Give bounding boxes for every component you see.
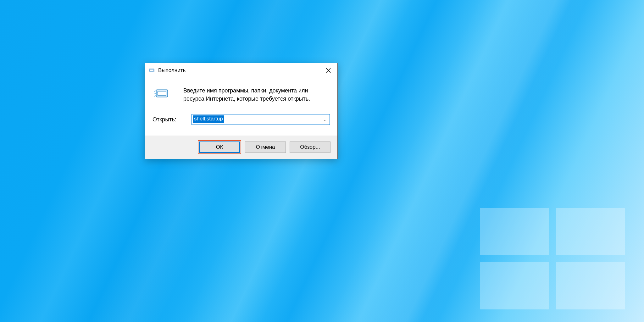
dialog-description: Введите имя программы, папки, документа … [183,86,319,103]
svg-rect-3 [158,91,166,95]
cancel-button-label: Отмена [256,144,275,150]
open-combobox[interactable]: shell:startup ⌄ [192,114,330,125]
ok-button[interactable]: ОК [199,142,240,153]
chevron-down-icon: ⌄ [323,117,326,122]
cancel-button[interactable]: Отмена [245,142,286,153]
open-label: Открыть: [153,116,183,123]
open-input-value[interactable]: shell:startup [193,115,224,123]
svg-rect-1 [150,69,154,71]
desktop-background: Выполнить Введите имя программы, папки, … [0,0,644,322]
ok-button-label: ОК [216,144,223,150]
close-button[interactable] [319,63,337,78]
titlebar[interactable]: Выполнить [145,63,337,78]
button-bar: ОК Отмена Обзор... [145,136,337,159]
run-icon [148,67,155,74]
dialog-body: Введите имя программы, папки, документа … [145,78,337,136]
run-dialog: Выполнить Введите имя программы, папки, … [145,63,338,159]
browse-button[interactable]: Обзор... [290,142,330,153]
close-icon [326,68,331,73]
browse-button-label: Обзор... [300,144,320,150]
dialog-title: Выполнить [158,67,186,74]
ok-button-highlight: ОК [198,140,241,154]
run-icon [154,87,169,102]
windows-logo-icon [480,208,625,309]
